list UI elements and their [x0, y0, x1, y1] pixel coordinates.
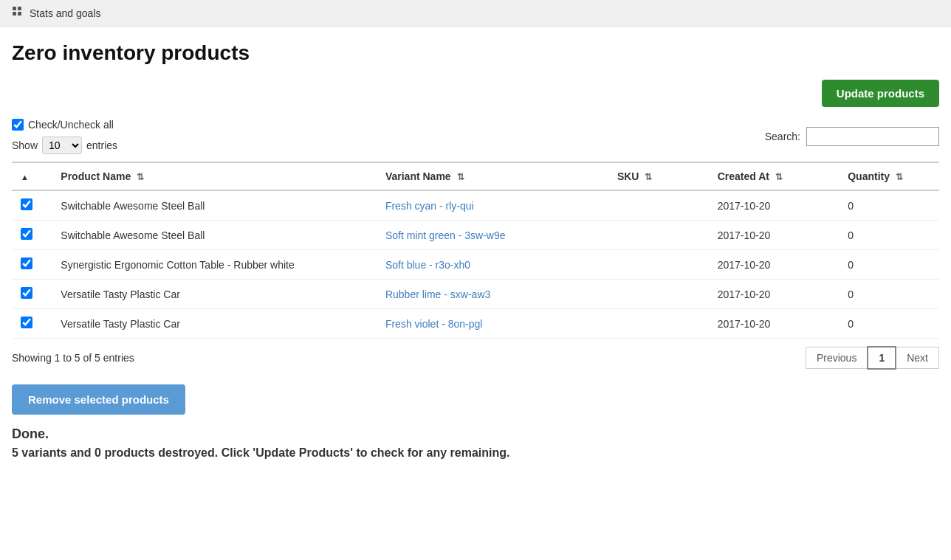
check-all-label[interactable]: Check/Uncheck all	[12, 119, 117, 131]
row-checkbox[interactable]	[21, 198, 32, 210]
done-text: Done.	[12, 426, 939, 442]
row-checkbox-cell	[12, 280, 52, 309]
row-variant-name: Soft blue - r3o-xh0	[377, 250, 608, 280]
col-header-created[interactable]: Created At ⇅	[709, 162, 840, 190]
row-quantity: 0	[839, 221, 939, 250]
remove-section: Remove selected products	[12, 384, 939, 426]
row-checkbox-cell	[12, 250, 52, 280]
col-product-label: Product Name	[61, 170, 131, 182]
update-products-button[interactable]: Update products	[822, 80, 939, 107]
table-row: Versatile Tasty Plastic CarFresh violet …	[12, 309, 939, 339]
show-entries: Show 10 25 50 100 entries	[12, 136, 117, 154]
main-content: Zero inventory products Update products …	[0, 27, 951, 474]
toolbar-row: Update products	[12, 80, 939, 107]
remove-selected-button[interactable]: Remove selected products	[12, 384, 185, 415]
row-sku	[608, 221, 709, 250]
sort-variant-icon: ⇅	[457, 172, 464, 182]
table-body: Switchable Awesome Steel BallFresh cyan …	[12, 190, 939, 339]
top-bar-title: Stats and goals	[30, 7, 101, 19]
search-row: Search:	[765, 127, 939, 146]
result-text: 5 variants and 0 products destroyed. Cli…	[12, 446, 939, 460]
sort-product-icon: ⇅	[137, 172, 144, 182]
row-checkbox-cell	[12, 190, 52, 221]
previous-button[interactable]: Previous	[806, 347, 867, 369]
col-created-label: Created At	[718, 170, 769, 182]
row-sku	[608, 309, 709, 339]
row-checkbox[interactable]	[21, 317, 32, 328]
sort-sku-icon: ⇅	[645, 172, 652, 182]
current-page-button[interactable]: 1	[867, 346, 896, 370]
controls-row: Check/Uncheck all Show 10 25 50 100 entr…	[12, 119, 939, 154]
show-label: Show	[12, 139, 38, 151]
variant-link[interactable]: Soft blue - r3o-xh0	[385, 259, 470, 271]
variant-link[interactable]: Fresh cyan - rly-qui	[385, 200, 474, 212]
table-header: ▲ Product Name ⇅ Variant Name ⇅ SKU ⇅ Cr…	[12, 162, 939, 190]
pagination-row: Showing 1 to 5 of 5 entries Previous 1 N…	[12, 346, 939, 370]
top-bar: Stats and goals	[0, 0, 951, 27]
svg-rect-1	[18, 7, 21, 10]
pagination-controls: Previous 1 Next	[806, 346, 939, 370]
check-all-text: Check/Uncheck all	[28, 119, 114, 131]
col-header-product[interactable]: Product Name ⇅	[52, 162, 377, 190]
row-created-at: 2017-10-20	[709, 309, 840, 339]
col-qty-label: Quantity	[848, 170, 890, 182]
col-variant-label: Variant Name	[385, 170, 451, 182]
products-table: ▲ Product Name ⇅ Variant Name ⇅ SKU ⇅ Cr…	[12, 162, 939, 339]
row-product-name: Versatile Tasty Plastic Car	[52, 280, 377, 309]
row-created-at: 2017-10-20	[709, 280, 840, 309]
variant-link[interactable]: Rubber lime - sxw-aw3	[385, 288, 490, 300]
entries-select[interactable]: 10 25 50 100	[42, 136, 82, 154]
row-product-name: Synergistic Ergonomic Cotton Table - Rub…	[52, 250, 377, 280]
row-variant-name: Rubber lime - sxw-aw3	[377, 280, 608, 309]
table-row: Switchable Awesome Steel BallSoft mint g…	[12, 221, 939, 250]
col-sku-label: SKU	[617, 170, 639, 182]
left-controls: Check/Uncheck all Show 10 25 50 100 entr…	[12, 119, 117, 154]
col-header-variant[interactable]: Variant Name ⇅	[377, 162, 608, 190]
table-row: Switchable Awesome Steel BallFresh cyan …	[12, 190, 939, 221]
search-input[interactable]	[806, 127, 939, 146]
svg-rect-0	[13, 7, 16, 10]
entries-label: entries	[86, 139, 117, 151]
pagination-info: Showing 1 to 5 of 5 entries	[12, 352, 134, 364]
row-product-name: Versatile Tasty Plastic Car	[52, 309, 377, 339]
sort-qty-icon: ⇅	[896, 172, 903, 182]
row-checkbox[interactable]	[21, 287, 32, 299]
col-header-checkbox: ▲	[12, 162, 52, 190]
header-row: ▲ Product Name ⇅ Variant Name ⇅ SKU ⇅ Cr…	[12, 162, 939, 190]
table-row: Synergistic Ergonomic Cotton Table - Rub…	[12, 250, 939, 280]
row-quantity: 0	[839, 250, 939, 280]
grid-icon	[12, 6, 24, 20]
variant-link[interactable]: Soft mint green - 3sw-w9e	[385, 229, 506, 241]
row-created-at: 2017-10-20	[709, 221, 840, 250]
row-created-at: 2017-10-20	[709, 250, 840, 280]
svg-rect-3	[18, 12, 21, 15]
row-product-name: Switchable Awesome Steel Ball	[52, 221, 377, 250]
row-sku	[608, 250, 709, 280]
row-product-name: Switchable Awesome Steel Ball	[52, 190, 377, 221]
check-all-checkbox[interactable]	[12, 119, 24, 131]
svg-rect-2	[13, 12, 16, 15]
next-button[interactable]: Next	[896, 347, 939, 369]
sort-created-icon: ⇅	[775, 172, 783, 182]
row-checkbox[interactable]	[21, 228, 32, 240]
row-variant-name: Soft mint green - 3sw-w9e	[377, 221, 608, 250]
table-row: Versatile Tasty Plastic CarRubber lime -…	[12, 280, 939, 309]
row-checkbox[interactable]	[21, 257, 32, 269]
row-quantity: 0	[839, 280, 939, 309]
search-label: Search:	[765, 131, 800, 142]
variant-link[interactable]: Fresh violet - 8on-pgl	[385, 318, 483, 330]
row-checkbox-cell	[12, 221, 52, 250]
col-header-sku[interactable]: SKU ⇅	[608, 162, 709, 190]
row-quantity: 0	[839, 190, 939, 221]
row-quantity: 0	[839, 309, 939, 339]
row-created-at: 2017-10-20	[709, 190, 840, 221]
page-title: Zero inventory products	[12, 41, 939, 65]
row-checkbox-cell	[12, 309, 52, 339]
row-sku	[608, 190, 709, 221]
col-header-quantity[interactable]: Quantity ⇅	[839, 162, 939, 190]
row-variant-name: Fresh violet - 8on-pgl	[377, 309, 608, 339]
row-sku	[608, 280, 709, 309]
row-variant-name: Fresh cyan - rly-qui	[377, 190, 608, 221]
